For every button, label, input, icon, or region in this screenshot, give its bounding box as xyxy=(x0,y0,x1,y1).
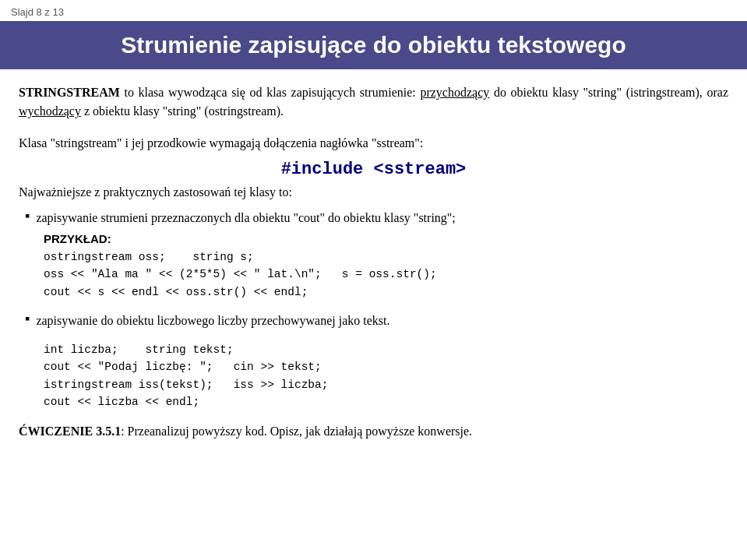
bullet-text-2: zapisywanie do obiektu liczbowego liczby… xyxy=(36,312,389,330)
przychodzacy-term: przychodzący xyxy=(420,86,489,99)
stringstream-term: STRINGSTREAM xyxy=(19,86,120,99)
najwazniejsze-text: Najważniejsze z praktycznych zastosowań … xyxy=(19,185,728,199)
wychodzacy-term: wychodzący xyxy=(19,104,81,118)
bullet-text-1: zapisywanie strumieni przeznaczonych dla… xyxy=(36,209,455,227)
cwiczenie-paragraph: ĆWICZENIE 3.5.1: Przeanalizuj powyższy k… xyxy=(19,422,728,441)
slide-content: STRINGSTREAM to klasa wywodząca się od k… xyxy=(0,83,747,453)
intro-part6: z obiektu klasy "string" (ostringstream)… xyxy=(81,104,284,118)
slide-number: Slajd 8 z 13 xyxy=(0,0,747,21)
klasa-paragraph: Klasa "stringstream" i jej przodkowie wy… xyxy=(19,133,728,153)
intro-part4: do obiektu klasy "string" (istringstream… xyxy=(489,86,728,99)
przyklad-label: PRZYKŁAD: xyxy=(44,232,728,245)
slide-container: Slajd 8 z 13 Strumienie zapisujące do ob… xyxy=(0,0,747,560)
bullet-item-1: ▪ zapisywanie strumieni przeznaczonych d… xyxy=(19,209,728,227)
title-bar: Strumienie zapisujące do obiektu tekstow… xyxy=(0,21,747,69)
bullet-section-2: ▪ zapisywanie do obiektu liczbowego licz… xyxy=(19,312,728,411)
bullet-marker-1: ▪ xyxy=(25,208,30,224)
intro-part2: to klasa wywodząca się od klas zapisując… xyxy=(120,86,421,99)
code-block-1: ostringstream oss; string s; oss << "Ala… xyxy=(44,248,728,301)
bullet-marker-2: ▪ xyxy=(25,311,30,327)
code-block-2: int liczba; string tekst; cout << "Podaj… xyxy=(44,341,728,411)
slide-title: Strumienie zapisujące do obiektu tekstow… xyxy=(16,32,731,58)
bullet-section-1: ▪ zapisywanie strumieni przeznaczonych d… xyxy=(19,209,728,301)
bullet-item-2: ▪ zapisywanie do obiektu liczbowego licz… xyxy=(19,312,728,336)
cwiczenie-label: ĆWICZENIE 3.5.1 xyxy=(19,424,121,438)
include-directive: #include <sstream> xyxy=(19,160,728,179)
cwiczenie-text: : Przeanalizuj powyższy kod. Opisz, jak … xyxy=(121,424,472,438)
intro-paragraph: STRINGSTREAM to klasa wywodząca się od k… xyxy=(19,83,728,121)
